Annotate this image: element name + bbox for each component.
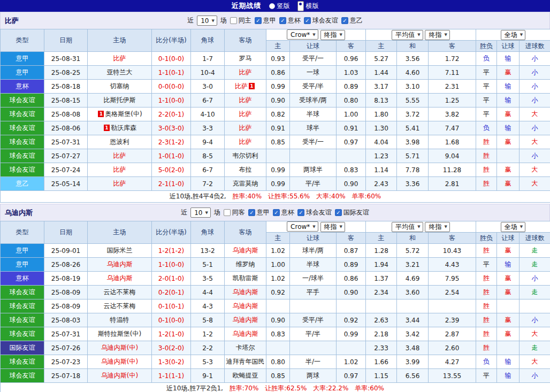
radio-icon[interactable] [297,1,304,11]
odds-kind-select[interactable]: 终指▼ [320,222,345,232]
filter-checkbox-serie-a[interactable]: 意甲 [248,208,270,217]
avg-draw: 3.72 [397,107,429,121]
subheader-odds-home: 主 [266,41,290,52]
match-row: 意杯25-08-18切塞纳0-0(0-0)3-0比萨10.99受平/半0.893… [1,80,550,94]
checkbox-icon[interactable] [230,17,237,24]
col-header-corners: 角球 [191,29,225,52]
subheader-goals: 进球数 [520,233,550,244]
chevron-down-icon: ▼ [211,19,214,23]
checkbox-icon[interactable] [297,209,304,216]
chevron-down-icon: ▼ [312,225,315,229]
checkbox-icon[interactable] [273,209,280,216]
match-date: 25-08-19 [44,272,88,286]
average-kind-select[interactable]: 终指▼ [425,222,449,232]
team-label: 乌迪内斯 [107,260,133,268]
team-label: 恩波利 [110,138,129,145]
checkbox-label: 意杯 [281,208,294,217]
avg-away: 2.39 [429,313,476,327]
goals-result: 大 [520,355,550,369]
result: 胜 [476,177,497,191]
avg-draw: 3.10 [397,80,429,94]
away-team: 维罗纳 [225,258,266,272]
odds-away: 0.83 [337,163,366,177]
home-team: 国际米兰 [88,244,152,258]
away-team: 乌迪内斯 [225,286,266,299]
average-select[interactable]: 平均值▼ [392,222,423,232]
filter-checkbox-same-away[interactable]: 同客 [224,208,245,217]
filter-checkbox-intl-friendly[interactable]: 国际友谊 [335,208,369,217]
team-label: 比萨 [113,152,126,159]
filter-checkbox-serie-a[interactable]: 意甲 [255,16,276,25]
result: 胜 [476,341,497,355]
home-team: 乌迪内斯(中) [88,369,152,383]
checkbox-icon[interactable] [304,17,311,24]
avg-home: 1.94 [366,258,397,272]
result: 负 [476,52,497,66]
odds-home: 1.02 [266,272,290,286]
filter-checkbox-serie-b[interactable]: 意乙 [341,16,363,25]
handicap-line: 半/一 [290,355,337,369]
checkbox-icon[interactable] [255,17,262,24]
odds-source-value: Crow* [291,31,310,39]
win-rate: 胜率:70% [230,385,259,392]
subheader-result: 胜负 [476,233,497,244]
handicap-line: 半球 [290,258,337,272]
red-card-badge: 1 [98,111,104,117]
avg-draw: 7.78 [397,163,429,177]
odds-away: 0.89 [337,258,366,272]
avg-home: 2.34 [366,286,397,299]
filter-checkbox-same-home[interactable]: 同主 [230,16,251,25]
goals-result: 小 [520,80,550,94]
match-count-select[interactable]: 10▼ [190,207,211,218]
avg-home: 1.30 [366,121,397,135]
odds-home: 0.92 [266,286,290,299]
match-type: 球会友谊 [1,327,44,341]
odds-away: 1.03 [337,66,366,80]
summary-prefix: 近10场,胜7平2负1, [166,385,223,392]
filter-checkbox-coppa[interactable]: 意杯 [279,16,301,25]
match-type: 球会友谊 [1,107,44,121]
avg-away: 4.27 [429,355,476,369]
away-team: 乌迪内斯 [225,299,266,313]
goals-result: 小 [520,369,550,383]
team-label: 斯特拉斯堡(中) [98,330,141,337]
average-kind-select[interactable]: 终指▼ [425,30,449,40]
avg-draw: 3.56 [397,52,429,66]
match-count-select[interactable]: 10▼ [197,16,217,26]
checkbox-label: 意杯 [288,16,301,25]
page-title: 近期战绩 [232,1,262,11]
odds-away: 0.90 [337,177,366,191]
match-row: 球会友谊25-07-23乌迪内斯(中)1-3(0-2)5-3迪拜青年国民0.80… [1,355,550,369]
odds-source-select[interactable]: Crow*▼ [287,221,318,232]
odds-away: 0.99 [337,327,366,341]
odds-away: 0.97 [337,369,366,383]
corners: 4-3 [191,299,225,313]
checkbox-icon[interactable] [335,209,342,216]
handicap-line: 受平/一 [290,52,337,66]
odds-source-select[interactable]: Crow*▼ [287,29,318,40]
view-option-horizontal[interactable]: 横版 [297,1,319,11]
filter-checkbox-coppa[interactable]: 意杯 [273,208,294,217]
view-option-vertical[interactable]: 竖版 [269,2,290,11]
filter-checkbox-club-friendly[interactable]: 球会友谊 [304,16,338,25]
checkbox-icon[interactable] [279,17,286,24]
radio-icon[interactable] [269,3,275,9]
checkbox-icon[interactable] [341,17,348,24]
goals-result: 走 [520,286,550,299]
average-select[interactable]: 平均值▼ [392,30,423,40]
score-halftime: 0-2(0-1) [152,286,191,299]
goals-result [520,299,550,313]
odds-kind-select[interactable]: 终指▼ [320,30,345,40]
scope-select[interactable]: 全场▼ [501,222,525,232]
average-group-header: 平均值▼ 终指▼ [366,29,476,41]
checkbox-icon[interactable] [224,209,231,216]
avg-draw: 5.41 [397,121,429,135]
filter-checkbox-club-friendly[interactable]: 球会友谊 [297,208,332,217]
handicap-line: 平/半 [290,327,337,341]
match-date: 25-08-15 [44,94,88,107]
checkbox-icon[interactable] [248,209,255,216]
odds-group-header: Crow*▼ 终指▼ [266,29,366,41]
score-halftime: 2-2(0-1) [152,107,191,121]
scope-select[interactable]: 全场▼ [501,30,525,40]
summary-prefix: 近10场,胜4平4负2, [170,193,226,200]
